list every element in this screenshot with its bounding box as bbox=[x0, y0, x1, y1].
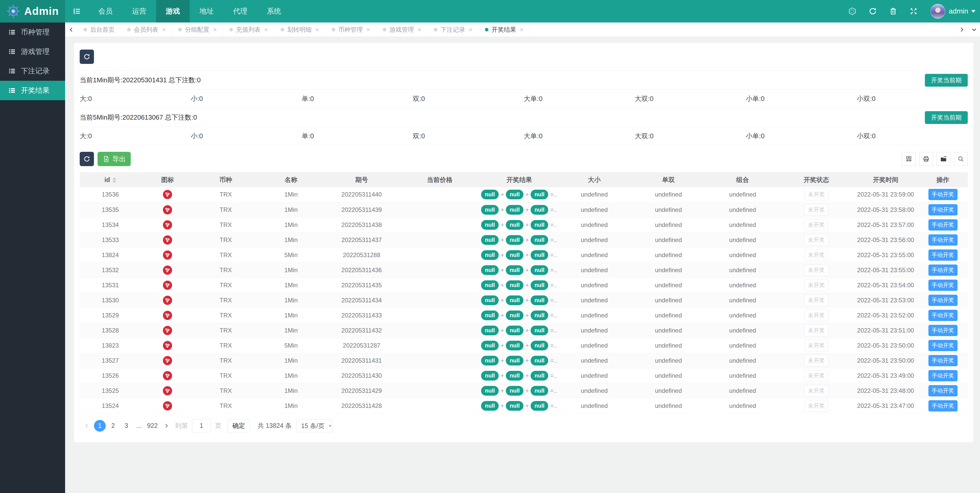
cell-status: 未开奖 bbox=[780, 398, 853, 413]
page-button-3[interactable]: 3 bbox=[121, 420, 132, 432]
cell-size: undefined bbox=[557, 202, 631, 217]
refresh-table-button[interactable] bbox=[80, 152, 94, 166]
page-button-1[interactable]: 1 bbox=[94, 420, 106, 432]
draw-current-button-1min[interactable]: 开奖当前期 bbox=[925, 74, 968, 87]
manual-draw-button[interactable]: 手动开奖 bbox=[928, 219, 958, 231]
nav-item-5[interactable]: 系统 bbox=[257, 0, 291, 22]
manual-draw-button[interactable]: 手动开奖 bbox=[928, 265, 958, 276]
cell-time: 2022-05-31 23:59:00 bbox=[853, 187, 918, 202]
trx-icon bbox=[163, 386, 172, 396]
close-icon[interactable]: × bbox=[520, 26, 523, 33]
refresh-periods-button[interactable] bbox=[80, 49, 94, 64]
result-pill: null bbox=[506, 280, 523, 290]
plus-separator: + bbox=[501, 357, 504, 364]
print-button[interactable] bbox=[919, 152, 933, 166]
search-button[interactable] bbox=[954, 152, 968, 166]
refresh-icon bbox=[83, 53, 91, 60]
nav-item-4[interactable]: 代理 bbox=[223, 0, 257, 22]
sidebar-item-3[interactable]: 开奖结果 bbox=[0, 81, 65, 100]
fullscreen-button[interactable] bbox=[904, 0, 924, 22]
manual-draw-button[interactable]: 手动开奖 bbox=[928, 310, 958, 321]
tab-0[interactable]: 后台首页 bbox=[77, 22, 121, 37]
sidebar-toggle-button[interactable] bbox=[65, 0, 89, 22]
manual-draw-button[interactable]: 手动开奖 bbox=[928, 385, 958, 396]
manual-draw-button[interactable]: 手动开奖 bbox=[928, 235, 958, 246]
cell-time: 2022-05-31 23:47:00 bbox=[853, 398, 918, 413]
close-icon[interactable]: × bbox=[315, 26, 319, 33]
cell-size: undefined bbox=[557, 398, 631, 413]
cell-id: 13526 bbox=[80, 368, 141, 383]
cell-action: 手动开奖 bbox=[918, 308, 968, 323]
clear-cache-button[interactable] bbox=[883, 0, 904, 22]
draw-current-button-5min[interactable]: 开奖当前期 bbox=[925, 111, 968, 124]
close-icon[interactable]: × bbox=[417, 26, 421, 33]
next-page-button[interactable] bbox=[161, 420, 172, 431]
page-button-2[interactable]: 2 bbox=[107, 420, 119, 432]
cell-coin: TRX bbox=[194, 383, 258, 398]
cell-oddeven: undefined bbox=[631, 217, 706, 232]
nav-item-1[interactable]: 运营 bbox=[122, 0, 156, 22]
sort-icon[interactable] bbox=[113, 177, 116, 183]
dot-icon bbox=[127, 28, 131, 32]
sidebar-item-2[interactable]: 下注记录 bbox=[0, 61, 65, 81]
pagination: 123...922 到第 页 确定 共 13824 条 15 条/页 bbox=[80, 419, 968, 432]
export-data-button[interactable] bbox=[937, 152, 950, 166]
refresh-page-button[interactable] bbox=[862, 0, 883, 22]
tab-3[interactable]: 充值列表× bbox=[223, 22, 274, 37]
col-header-0[interactable]: id bbox=[80, 172, 141, 187]
goto-confirm-button[interactable]: 确定 bbox=[228, 419, 250, 432]
export-button[interactable]: 导出 bbox=[97, 152, 131, 166]
plus-separator: + bbox=[501, 266, 504, 273]
cell-time: 2022-05-31 23:48:00 bbox=[853, 383, 918, 398]
user-menu[interactable]: admin bbox=[949, 7, 975, 15]
close-icon[interactable]: × bbox=[213, 26, 217, 33]
nav-item-0[interactable]: 会员 bbox=[89, 0, 122, 22]
tabs-menu-button[interactable] bbox=[968, 22, 980, 37]
prev-page-button[interactable] bbox=[81, 420, 92, 431]
close-icon[interactable]: × bbox=[162, 26, 166, 33]
manual-draw-button[interactable]: 手动开奖 bbox=[928, 400, 958, 412]
close-icon[interactable]: × bbox=[469, 26, 473, 33]
tab-6[interactable]: 游戏管理× bbox=[377, 22, 428, 37]
user-avatar[interactable] bbox=[931, 4, 945, 19]
tab-4[interactable]: 划转明细× bbox=[275, 22, 326, 37]
manual-draw-button[interactable]: 手动开奖 bbox=[928, 204, 958, 215]
page-button-922[interactable]: 922 bbox=[146, 420, 159, 432]
tab-2[interactable]: 分组配置× bbox=[172, 22, 223, 37]
page-size-select[interactable]: 15 条/页 bbox=[296, 419, 332, 432]
manual-draw-button[interactable]: 手动开奖 bbox=[928, 295, 958, 306]
stat-item: 小双:0 bbox=[857, 94, 968, 103]
goto-page-input[interactable] bbox=[192, 419, 211, 432]
table-row: 13524TRX1Min202205311428null+null+null=.… bbox=[80, 398, 968, 413]
result-pill: null bbox=[531, 205, 548, 215]
nav-item-2[interactable]: 游戏 bbox=[156, 0, 190, 22]
tabs-scroll-right-button[interactable] bbox=[956, 22, 968, 37]
tabs-scroll-left-button[interactable] bbox=[65, 22, 77, 37]
sidebar-item-1[interactable]: 游戏管理 bbox=[0, 42, 65, 61]
manual-draw-button[interactable]: 手动开奖 bbox=[928, 279, 958, 291]
result-pill: null bbox=[481, 401, 499, 411]
close-icon[interactable]: × bbox=[366, 26, 370, 33]
tab-1[interactable]: 会员列表× bbox=[121, 22, 172, 37]
sidebar-item-0[interactable]: 币种管理 bbox=[0, 22, 65, 42]
table-row: 13525TRX1Min202205311429null+null+null=.… bbox=[80, 383, 968, 398]
manual-draw-button[interactable]: 手动开奖 bbox=[928, 340, 958, 351]
close-icon[interactable]: × bbox=[264, 26, 268, 33]
columns-button[interactable] bbox=[902, 152, 916, 166]
cell-issue: 20220531288 bbox=[325, 247, 399, 262]
cell-id: 13527 bbox=[80, 353, 141, 368]
cell-size: undefined bbox=[557, 293, 631, 308]
cell-name: 1Min bbox=[258, 323, 325, 338]
manual-draw-button[interactable]: 手动开奖 bbox=[928, 355, 958, 366]
tab-5[interactable]: 币种管理× bbox=[326, 22, 377, 37]
manual-draw-button[interactable]: 手动开奖 bbox=[928, 249, 958, 261]
theme-button[interactable] bbox=[842, 0, 862, 22]
tab-7[interactable]: 下注记录× bbox=[428, 22, 479, 37]
manual-draw-button[interactable]: 手动开奖 bbox=[928, 189, 958, 200]
export-label: 导出 bbox=[112, 155, 126, 164]
cell-price bbox=[399, 353, 481, 368]
manual-draw-button[interactable]: 手动开奖 bbox=[928, 370, 958, 381]
nav-item-3[interactable]: 地址 bbox=[190, 0, 223, 22]
tab-8[interactable]: 开奖结果× bbox=[479, 22, 530, 37]
manual-draw-button[interactable]: 手动开奖 bbox=[928, 325, 958, 336]
